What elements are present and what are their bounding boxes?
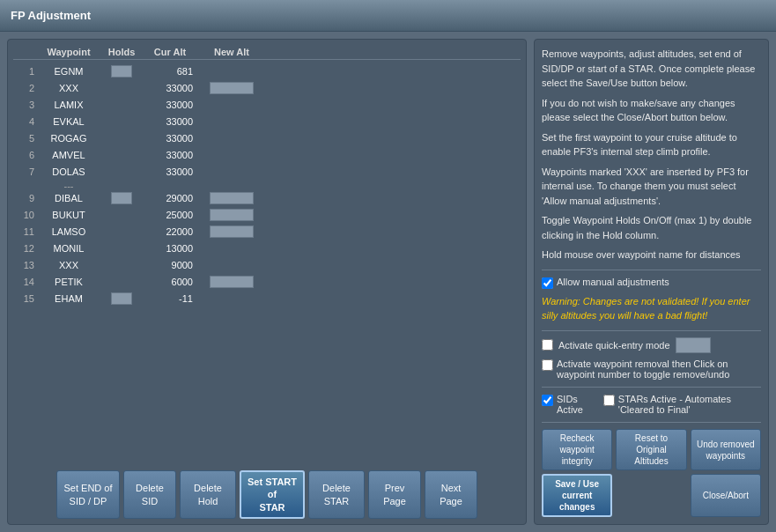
table-row: 15EHAM-11 xyxy=(13,291,521,307)
info-text-6: Hold mouse over waypoint name for distan… xyxy=(542,248,761,262)
new-alt-box[interactable] xyxy=(210,209,254,221)
right-panel: Remove waypoints, adjust altitudes, set … xyxy=(534,39,769,525)
row-number: 2 xyxy=(13,83,38,93)
row-waypoint: EHAM xyxy=(38,293,100,304)
table-row: 9DIBAL29000 xyxy=(13,190,521,206)
row-waypoint: LAMIX xyxy=(38,100,100,110)
quick-entry-checkbox[interactable] xyxy=(542,339,553,351)
row-cur-alt: 33000 xyxy=(144,100,196,110)
row-number: 13 xyxy=(13,260,38,270)
main-content: Waypoint Holds Cur Alt New Alt 1EGNM6812… xyxy=(0,32,776,532)
row-waypoint: DOLAS xyxy=(38,166,100,177)
quick-entry-box[interactable] xyxy=(676,337,711,353)
row-hold-cell[interactable] xyxy=(100,292,144,305)
sids-active-label: SIDs Active xyxy=(557,394,595,415)
recheck-button[interactable]: Recheck waypoint integrity xyxy=(542,429,612,470)
row-cur-alt: 681 xyxy=(144,66,196,77)
reset-original-button[interactable]: Reset to Original Altitudes xyxy=(616,429,686,470)
row-waypoint: AMVEL xyxy=(38,150,100,160)
stars-active-checkbox[interactable] xyxy=(603,395,615,406)
allow-manual-checkbox[interactable] xyxy=(542,277,553,289)
row-waypoint: DIBAL xyxy=(38,193,100,203)
row-number: 11 xyxy=(13,226,38,237)
hold-box[interactable] xyxy=(111,292,132,305)
save-use-button[interactable]: Save / Use current changes xyxy=(542,474,612,517)
col-newalt-left: New Alt xyxy=(196,47,267,57)
quick-entry-label: Activate quick-entry mode xyxy=(558,340,670,351)
allow-manual-label: Allow manual adjustments xyxy=(557,277,669,287)
info-text-4: Waypoints marked 'XXX' are inserted by P… xyxy=(542,165,761,209)
stars-active-label: STARs Active - Automates 'Cleared to Fin… xyxy=(618,394,761,415)
row-new-alt-cell[interactable] xyxy=(196,209,267,221)
sids-active-checkbox[interactable] xyxy=(542,395,553,406)
set-end-sid-dp-button[interactable]: Set END of SID / DP xyxy=(56,470,120,519)
row-waypoint: EVKAL xyxy=(38,116,100,127)
row-number: 14 xyxy=(13,277,38,287)
table-row: 5ROGAG33000 xyxy=(13,130,521,146)
row-cur-alt: 13000 xyxy=(144,243,196,254)
prev-page-button[interactable]: Prev Page xyxy=(368,470,421,519)
row-cur-alt: 33000 xyxy=(144,133,196,144)
row-waypoint: MONIL xyxy=(38,243,100,254)
empty-cell xyxy=(616,474,686,517)
activate-removal-checkbox[interactable] xyxy=(542,359,553,371)
row-number: 15 xyxy=(13,293,38,304)
row-waypoint: XXX xyxy=(38,260,100,270)
row-hold-cell[interactable] xyxy=(100,65,144,78)
table-row: 3LAMIX33000 xyxy=(13,97,521,113)
row-hold-cell[interactable] xyxy=(100,192,144,204)
hold-box[interactable] xyxy=(111,192,132,204)
delete-hold-button[interactable]: Delete Hold xyxy=(180,470,236,519)
allow-manual-row: Allow manual adjustments xyxy=(542,277,761,289)
row-cur-alt: 33000 xyxy=(144,83,196,93)
row-new-alt-cell[interactable] xyxy=(196,225,267,238)
row-cur-alt: 25000 xyxy=(144,210,196,220)
next-page-button[interactable]: Next Page xyxy=(425,470,477,519)
row-number: 4 xyxy=(13,116,38,127)
table-header: Waypoint Holds Cur Alt New Alt xyxy=(13,45,521,60)
row-number: 12 xyxy=(13,243,38,254)
row-waypoint: PETIK xyxy=(38,277,100,287)
sids-stars-row: SIDs Active STARs Active - Automates 'Cl… xyxy=(542,394,761,415)
info-text-5: Toggle Waypoint Holds On/Off (max 1) by … xyxy=(542,213,761,242)
col-waypoint-left: Waypoint xyxy=(38,47,100,57)
table-row: 13XXX9000 xyxy=(13,257,521,273)
quick-entry-row: Activate quick-entry mode xyxy=(542,337,761,353)
delete-star-button[interactable]: Delete STAR xyxy=(308,470,365,519)
row-waypoint: ROGAG xyxy=(38,133,100,144)
col-num-left xyxy=(13,47,38,57)
close-abort-button[interactable]: Close/Abort xyxy=(691,474,761,517)
row-new-alt-cell[interactable] xyxy=(196,192,267,204)
row-number: 10 xyxy=(13,210,38,220)
info-text-3: Set the first waypoint to your cruise al… xyxy=(542,130,761,159)
app-title: FP Adjustment xyxy=(11,9,91,22)
set-start-star-button[interactable]: Set START of STAR xyxy=(240,470,305,519)
row-waypoint: BUKUT xyxy=(38,210,100,220)
title-bar: FP Adjustment xyxy=(0,0,776,32)
col-holds-left: Holds xyxy=(100,47,144,57)
info-text-2: If you do not wish to make/save any chan… xyxy=(542,96,761,125)
row-new-alt-cell[interactable] xyxy=(196,82,267,94)
row-number: 6 xyxy=(13,150,38,160)
row-new-alt-cell[interactable] xyxy=(196,276,267,288)
separator-row: --- xyxy=(13,181,521,189)
new-alt-box[interactable] xyxy=(210,192,254,204)
row-number: 7 xyxy=(13,166,38,177)
table-row: 12MONIL13000 xyxy=(13,240,521,256)
activate-removal-label: Activate waypoint removal then Click on … xyxy=(557,358,761,380)
bottom-buttons: Set END of SID / DP Delete SID Delete Ho… xyxy=(13,470,521,519)
table-row: 1EGNM681 xyxy=(13,63,521,79)
delete-sid-button[interactable]: Delete SID xyxy=(123,470,176,519)
undo-removed-button[interactable]: Undo removed waypoints xyxy=(691,429,761,470)
row-number: 5 xyxy=(13,133,38,144)
new-alt-box[interactable] xyxy=(210,276,254,288)
hold-box[interactable] xyxy=(111,65,132,78)
table-row: 10BUKUT25000 xyxy=(13,207,521,223)
col-curalt-left: Cur Alt xyxy=(144,47,196,57)
new-alt-box[interactable] xyxy=(210,82,254,94)
row-number: 3 xyxy=(13,100,38,110)
new-alt-box[interactable] xyxy=(210,225,254,238)
row-cur-alt: 33000 xyxy=(144,150,196,160)
table-row: 4EVKAL33000 xyxy=(13,114,521,129)
info-text-1: Remove waypoints, adjust altitudes, set … xyxy=(542,47,761,91)
